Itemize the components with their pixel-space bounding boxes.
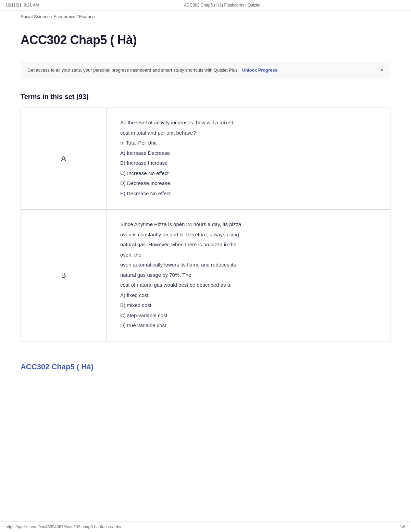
- def-line-8: E) Decrease No effect: [120, 189, 376, 198]
- footer-bar: https://quizlet.com/vn/453943675/acc302-…: [0, 521, 411, 532]
- terms-heading: Terms in this set (93): [21, 93, 390, 101]
- def-b-line-5: oven automatically lowers its flame and …: [120, 260, 376, 269]
- table-row: B Since Anytime Pizza is open 24 hours a…: [21, 210, 390, 342]
- def-b-line-2: oven is constantly on and is, therefore,…: [120, 230, 376, 239]
- definition-b: Since Anytime Pizza is open 24 hours a d…: [107, 210, 390, 342]
- top-bar: 10/11/21, 9:21 AM ACC302 Chap5 ( Hà) Fla…: [0, 0, 411, 11]
- def-b-line-1: Since Anytime Pizza is open 24 hours a d…: [120, 220, 376, 229]
- breadcrumb-text: Social Science / Economics / Finance: [21, 14, 95, 19]
- datetime: 10/11/21, 9:21 AM: [5, 3, 39, 8]
- term-label: A: [61, 154, 66, 163]
- def-line-2: cost in total and per unit behave?: [120, 128, 376, 137]
- def-line-4: A) Increase Decrease: [120, 149, 376, 158]
- page-title-meta: ACC302 Chap5 ( Hà) Flashcards | Quizlet: [184, 3, 260, 8]
- def-b-line-10: C) step-variable cost.: [120, 311, 376, 320]
- def-line-3: In Total Per Unit: [120, 138, 376, 147]
- bottom-title: ACC302 Chap5 ( Hà): [21, 362, 390, 371]
- unlock-banner-message: Get access to all your stats, your perso…: [27, 67, 239, 73]
- def-line-6: C) Increase No effect: [120, 169, 376, 178]
- unlock-banner-text: Get access to all your stats, your perso…: [27, 67, 374, 73]
- unlock-progress-link[interactable]: Unlock Progress: [242, 67, 277, 73]
- def-b-line-4: oven, the: [120, 250, 376, 259]
- footer-url: https://quizlet.com/vn/453943675/acc302-…: [5, 524, 121, 529]
- close-icon[interactable]: ×: [380, 66, 384, 74]
- term-a: A: [21, 108, 107, 209]
- unlock-banner: Get access to all your stats, your perso…: [21, 61, 390, 79]
- flashcard-container: A As the level of activity increases, ho…: [21, 108, 390, 342]
- breadcrumb: Social Science / Economics / Finance: [0, 11, 411, 23]
- page-title-section: ACC302 Chap5 ( Hà): [0, 23, 411, 54]
- terms-section: Terms in this set (93) A As the level of…: [0, 86, 411, 349]
- definition-a: As the level of activity increases, how …: [107, 108, 390, 209]
- def-b-line-7: cost of natural gas would best be descri…: [120, 281, 376, 289]
- def-b-line-3: natural gas. However, when there is no p…: [120, 240, 376, 249]
- bottom-title-section: ACC302 Chap5 ( Hà): [0, 349, 411, 378]
- def-line-5: B) Increase Increase: [120, 159, 376, 168]
- footer-page-num: 1/6: [400, 524, 406, 529]
- def-b-line-8: A) fixed cost.: [120, 291, 376, 300]
- def-line-1: As the level of activity increases, how …: [120, 118, 376, 127]
- def-b-line-11: D) true variable cost.: [120, 321, 376, 330]
- def-b-line-6: natural gas usage by 70%. The: [120, 271, 376, 280]
- def-line-7: D) Decrease Increase: [120, 179, 376, 188]
- page-title: ACC302 Chap5 ( Hà): [21, 33, 390, 47]
- table-row: A As the level of activity increases, ho…: [21, 108, 390, 210]
- term-label: B: [61, 271, 66, 280]
- term-b: B: [21, 210, 107, 342]
- def-b-line-9: B) mixed cost.: [120, 301, 376, 310]
